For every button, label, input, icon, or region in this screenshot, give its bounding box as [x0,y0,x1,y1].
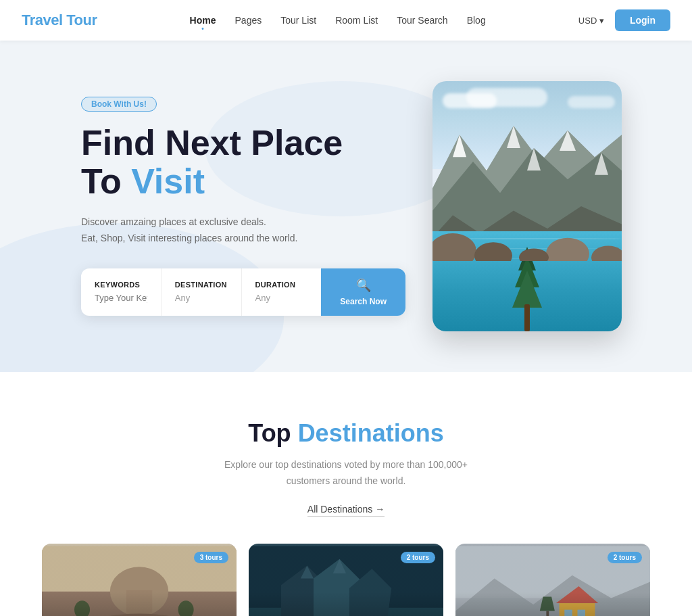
svg-point-12 [519,249,549,262]
svg-point-8 [432,233,476,261]
search-button-label: Search Now [340,297,387,306]
destinations-desc: Explore our top destinations voted by mo… [218,457,474,490]
destination-field: Destination Any Europe Africa Asia [162,268,242,316]
duration-select[interactable]: Any 1-3 days 4-7 days 1-2 weeks [255,293,308,303]
destination-select[interactable]: Any Europe Africa Asia [175,293,228,303]
brand-logo[interactable]: Travel Tour [22,11,97,29]
dest-card-south-africa[interactable]: 2 tours South Africa [249,544,443,616]
hero-content: Book With Us! Find Next Place To Visit D… [81,97,405,316]
nav-item-blog[interactable]: Blog [467,14,486,26]
destination-label: Destination [175,281,228,289]
destinations-title-blue: Destinations [298,419,444,447]
svg-point-11 [591,246,622,261]
nav-item-roomlist[interactable]: Room List [335,14,378,26]
nav-right: USD ▾ Login [578,9,670,31]
nav-item-home[interactable]: Home [190,14,216,26]
all-destinations-link[interactable]: All Destinations → [307,504,385,517]
search-icon: 🔍 [356,278,371,293]
hero-section: Book With Us! Find Next Place To Visit D… [0,41,692,372]
destinations-section: Top Destinations Explore our top destina… [0,372,692,616]
keywords-input[interactable] [95,293,147,303]
hero-title-to: To [81,162,131,201]
search-box: Keywords Destination Any Europe Africa A… [81,268,405,316]
hero-image [432,81,622,331]
destinations-title-black: Top [248,419,297,447]
login-button[interactable]: Login [615,9,670,31]
currency-selector[interactable]: USD ▾ [578,16,604,26]
nav-item-tourlist[interactable]: Tour List [280,14,316,26]
nav-item-toursearch[interactable]: Tour Search [397,14,447,26]
svg-point-9 [474,243,512,262]
book-badge: Book With Us! [81,97,157,112]
brand-name-blue: Tour [66,11,97,28]
dest-card-western-europe[interactable]: 3 tours Western Europe [42,544,237,616]
duration-label: Duration [255,281,308,289]
navbar: Travel Tour Home Pages Tour List Room Li… [0,0,692,41]
hero-title-visit: Visit [131,162,205,201]
hero-image-wrap [432,81,635,331]
dest-badge: 3 tours [194,552,228,563]
dest-badge: 2 tours [401,552,435,563]
dest-badge: 2 tours [608,552,642,563]
keywords-field: Keywords [81,268,162,316]
hero-description: Discover amzaing places at exclusive dea… [81,214,405,247]
hero-title-line1: Find Next Place [81,123,343,162]
nav-item-pages[interactable]: Pages [235,14,262,26]
svg-point-10 [546,238,589,261]
brand-name-black: Travel [22,11,66,28]
hero-title: Find Next Place To Visit [81,124,405,201]
destinations-grid: 3 tours Western Europe [42,544,650,616]
nav-links: Home Pages Tour List Room List Tour Sear… [190,14,486,26]
search-button[interactable]: 🔍 Search Now [321,268,405,316]
destinations-title: Top Destinations [27,419,665,448]
hero-desc-line1: Discover amzaing places at exclusive dea… [81,216,266,227]
keywords-label: Keywords [95,281,147,289]
hero-desc-line2: Eat, Shop, Visit interesting places arou… [81,233,297,243]
duration-field: Duration Any 1-3 days 4-7 days 1-2 weeks [242,268,322,316]
dest-card-scandinavia[interactable]: 2 tours Scandinavia [455,544,650,616]
